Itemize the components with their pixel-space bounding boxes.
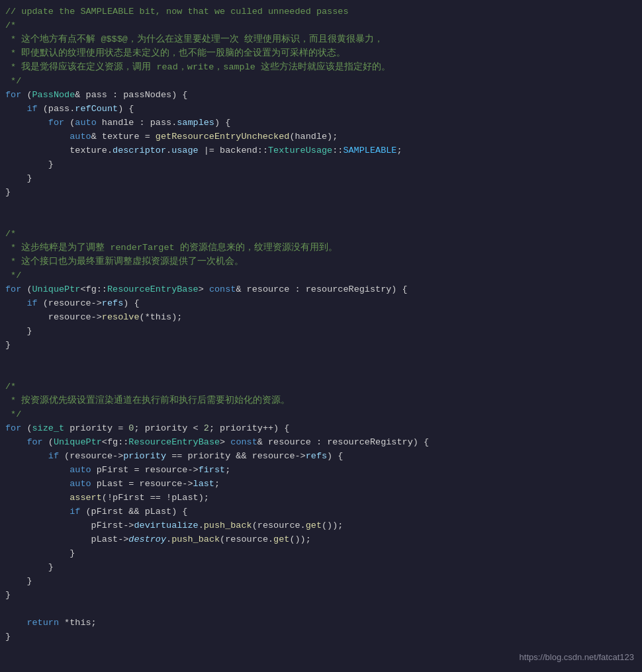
token: } (5, 632, 11, 642)
code-line: } (0, 339, 642, 353)
token: 2 (204, 423, 209, 433)
token: (resource-> (38, 298, 102, 308)
line-content (3, 366, 642, 380)
token: } (5, 548, 75, 558)
token: */ (5, 76, 21, 86)
code-editor: // update the SAMPLEABLE bit, now that w… (0, 0, 642, 672)
code-line: // update the SAMPLEABLE bit, now that w… (0, 5, 642, 19)
code-line: } (0, 589, 642, 603)
token: for (5, 90, 21, 100)
token: ( (21, 90, 32, 100)
token: & texture = (91, 132, 156, 142)
code-line: } (0, 630, 642, 644)
token: ) { (327, 451, 343, 461)
code-line: } (0, 172, 642, 186)
token: TextureUsage (268, 146, 332, 155)
line-content: if (pass.refCount) { (3, 103, 642, 116)
token: UniquePtr (54, 437, 102, 447)
token: } (5, 173, 32, 183)
token: ResourceEntryBase (107, 284, 199, 294)
token: auto (69, 465, 91, 475)
code-line: * 这步纯粹是为了调整 renderTarget 的资源信息来的，纹理资源没有用… (0, 241, 642, 255)
token: refCount (75, 104, 118, 114)
code-line: */ (0, 269, 642, 283)
token: UniquePtr (32, 284, 81, 294)
line-content: pFirst->devirtualize.push_back(resource.… (3, 519, 642, 533)
token: priority = (64, 423, 128, 433)
code-line: if (pFirst && pLast) { (0, 505, 642, 519)
line-content (3, 214, 642, 228)
token: (*this); (140, 312, 183, 322)
token: * 这个地方有点不解 @$$$@，为什么在这里要处理一次 纹理使用标识，而且很黄… (5, 34, 383, 44)
token: == priority && resource-> (166, 451, 306, 461)
token: (pFirst && pLast) { (80, 507, 187, 517)
code-line: * 即使默认的纹理使用状态是未定义的，也不能一股脑的全设置为可采样的状态。 (0, 47, 642, 61)
line-content: auto pFirst = resource->first; (3, 464, 642, 478)
code-line: texture.descriptor.usage |= backend::Tex… (0, 144, 642, 158)
token: if (26, 298, 37, 308)
token: (pass. (38, 104, 75, 114)
line-content (3, 603, 642, 616)
token: size_t (32, 423, 65, 433)
token: first (199, 465, 226, 475)
line-content: pLast->destroy.push_back(resource.get())… (3, 533, 642, 547)
token: resource-> (5, 312, 102, 322)
code-line (0, 603, 642, 616)
code-line: assert(!pFirst == !pLast); (0, 491, 642, 505)
token: texture. (5, 146, 113, 155)
token: get (306, 521, 322, 530)
line-content: auto& texture = getResourceEntryUnchecke… (3, 130, 642, 144)
token: for (48, 118, 64, 128)
token: /* (5, 382, 16, 392)
token: > (220, 437, 230, 447)
token: assert (69, 493, 102, 503)
code-line: */ (0, 75, 642, 89)
token: if (69, 507, 80, 517)
token: ; (396, 146, 402, 155)
line-content: */ (3, 75, 642, 89)
token: refs (306, 451, 327, 461)
token (5, 465, 69, 475)
token: samples (177, 118, 214, 128)
token: } (5, 326, 32, 336)
line-content: } (3, 186, 642, 200)
token: const (230, 437, 257, 447)
token: (!pFirst == !pLast); (102, 493, 209, 503)
line-content: } (3, 339, 642, 353)
line-content: } (3, 325, 642, 339)
token: ( (21, 423, 32, 433)
token: const (209, 284, 236, 294)
line-content: /* (3, 19, 642, 33)
token: * 即使默认的纹理使用状态是未定义的，也不能一股脑的全设置为可采样的状态。 (5, 48, 345, 58)
line-content (3, 200, 642, 214)
token (5, 104, 26, 114)
token: } (5, 576, 32, 586)
line-content (3, 353, 642, 366)
token: push_back (204, 521, 252, 530)
token (5, 493, 69, 503)
code-line (0, 200, 642, 214)
line-content: } (3, 561, 642, 575)
token: ( (21, 284, 32, 294)
watermark: https://blog.csdn.net/fatcat123 (520, 651, 634, 664)
token: priority (123, 451, 166, 461)
token: } (5, 590, 11, 600)
code-line: auto pFirst = resource->first; (0, 464, 642, 478)
token: . (166, 534, 171, 544)
line-content: * 即使默认的纹理使用状态是未定义的，也不能一股脑的全设置为可采样的状态。 (3, 47, 642, 61)
code-line: for (auto handle : pass.samples) { (0, 116, 642, 130)
token: * 我是觉得应该在定义资源，调用 read，write，sample 这些方法时… (5, 62, 390, 72)
line-content: return *this; (3, 616, 642, 630)
token: |= backend:: (199, 146, 268, 155)
token: <fg:: (80, 284, 107, 294)
line-content: for (auto handle : pass.samples) { (3, 116, 642, 130)
token: ()); (322, 521, 343, 530)
token: } (5, 340, 11, 350)
code-line: return *this; (0, 616, 642, 630)
token: pFirst = resource-> (91, 465, 199, 475)
line-content: assert(!pFirst == !pLast); (3, 491, 642, 505)
token: /* (5, 21, 16, 30)
token: // update the SAMPLEABLE bit, now that w… (5, 7, 348, 17)
line-content: } (3, 630, 642, 644)
code-line: * 这个接口也为最终重新调整虚拟资源提供了一次机会。 (0, 255, 642, 269)
